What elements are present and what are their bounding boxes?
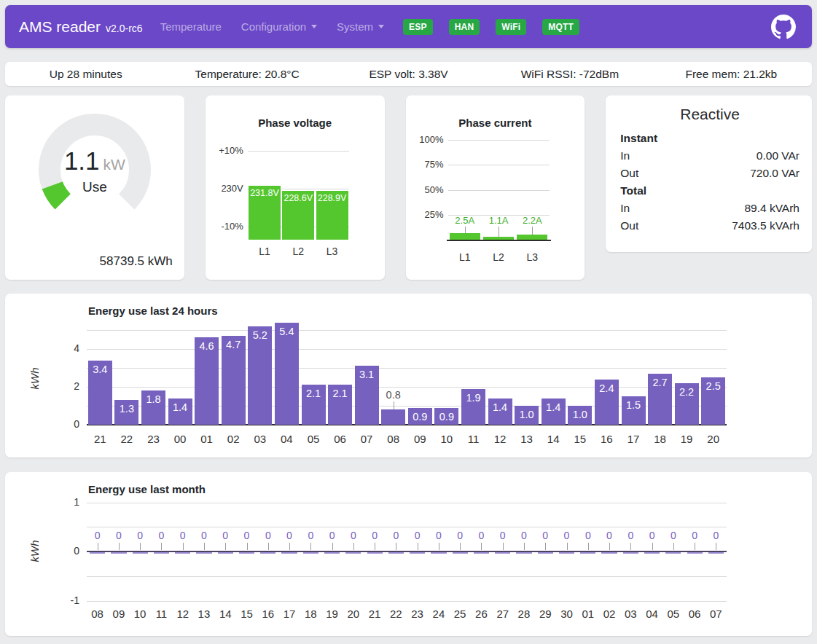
reactive-rows: InstantIn0.00 VArOut720.0 VArTotalIn89.4…	[620, 130, 800, 235]
y-axis-label: kWh	[28, 360, 41, 398]
x-tick-label: 20	[343, 608, 364, 620]
x-tick-label: 29	[535, 608, 556, 620]
x-tick-label: 13	[513, 433, 540, 445]
bar-value-label: 0.9	[408, 411, 432, 423]
nav-item-configuration[interactable]: Configuration	[241, 20, 317, 33]
y-tick-label: +10%	[206, 145, 243, 156]
app-brand[interactable]: AMS reader v2.0-rc6	[19, 18, 143, 36]
chevron-down-icon	[311, 25, 317, 28]
bar-value-label: 0	[409, 530, 426, 541]
bar-value-label: 0	[195, 530, 213, 541]
bar-value-label: 0	[707, 530, 724, 541]
bar-value-label: 0	[216, 530, 234, 541]
x-tick-label: 05	[300, 433, 327, 445]
label-tick	[140, 543, 141, 550]
label-tick	[545, 543, 546, 550]
x-tick-label: 17	[620, 433, 647, 445]
x-tick-label: 15	[567, 433, 594, 445]
energy-bar-08	[90, 552, 105, 554]
chevron-down-icon	[378, 25, 384, 28]
reactive-title: Reactive	[620, 106, 800, 123]
page: AMS reader v2.0-rc6 TemperatureConfigura…	[0, 0, 817, 641]
x-tick-label: 14	[215, 608, 236, 620]
reactive-row-value: 89.4 kVArh	[744, 200, 800, 217]
x-tick-label: 12	[487, 433, 514, 445]
label-tick	[588, 543, 589, 550]
label-tick	[465, 227, 466, 233]
label-tick	[418, 543, 418, 550]
bar-value-label: 0	[131, 530, 149, 541]
github-link[interactable]	[771, 15, 796, 39]
energy-bar-13	[196, 552, 211, 554]
nav-item-system[interactable]: System	[337, 20, 384, 33]
y-tick-label: 2	[5, 380, 79, 392]
label-tick	[439, 543, 439, 550]
x-tick-label: 22	[386, 608, 407, 620]
bar-value-label: 0	[622, 530, 639, 541]
x-tick-label: 07	[353, 433, 380, 445]
bar-value-label: 1.8	[141, 393, 165, 405]
energy-bar-03	[248, 326, 272, 425]
energy-bar-03	[623, 552, 638, 554]
energy-month-chart: 10-1kWh008009010011012013014015016017018…	[5, 472, 812, 636]
energy-bar-14	[218, 552, 233, 554]
power-gauge: 1.1 kW Use	[31, 106, 159, 234]
gridline	[87, 576, 727, 577]
bar-value-label: 4.7	[222, 339, 246, 350]
bar-value-label: 2.7	[648, 377, 672, 388]
x-tick-label: 23	[140, 433, 167, 445]
bar-value-label: 2.1	[302, 388, 326, 399]
y-tick-label: 0	[5, 545, 79, 557]
bar-value-label: 0	[345, 530, 362, 541]
bar-value-label: 0	[536, 530, 554, 541]
x-tick-label: 06	[327, 433, 353, 445]
reactive-row-value: 720.0 VAr	[750, 165, 800, 182]
bar-value-label: 1.1A	[483, 215, 514, 226]
x-tick-label: 00	[167, 433, 194, 445]
x-tick-label: L3	[315, 246, 348, 257]
label-tick	[532, 227, 533, 235]
bar-value-label: 0	[89, 530, 106, 541]
gridline	[87, 601, 727, 602]
x-tick-label: 13	[193, 608, 214, 620]
reactive-row: In0.00 VAr	[620, 147, 800, 165]
label-tick	[332, 543, 333, 550]
nav-item-temperature[interactable]: Temperature	[160, 20, 222, 33]
github-icon	[771, 15, 796, 39]
status-bar: Up 28 minutesTemperature: 20.8°CESP volt…	[5, 62, 812, 86]
x-tick-label: 10	[434, 433, 461, 445]
reactive-row-label: In	[620, 200, 630, 217]
x-tick-label: 08	[87, 608, 108, 620]
label-tick	[289, 543, 290, 550]
label-tick	[481, 543, 482, 550]
total-energy-counter: 58739.5 kWh	[100, 254, 173, 269]
brand-version: v2.0-rc6	[106, 23, 143, 34]
x-tick-label: 03	[620, 608, 641, 620]
x-tick-label: 28	[513, 608, 534, 620]
x-tick-label: 02	[598, 608, 619, 620]
power-gauge-card: 1.1 kW Use 58739.5 kWh	[5, 95, 184, 280]
phase-current-card: Phase current 100%75%50%25%2.5AL11.1AL22…	[406, 95, 585, 280]
x-tick-label: 07	[705, 608, 727, 620]
bar-value-label: 3.1	[355, 369, 379, 380]
x-tick-label: L1	[448, 251, 482, 263]
x-tick-label: 14	[540, 433, 567, 445]
phase-current-chart: 100%75%50%25%2.5AL11.1AL22.2AL3	[406, 95, 585, 280]
nav-item-label: Temperature	[160, 20, 222, 33]
bar-value-label: 228.9V	[316, 193, 348, 203]
bar-value-label: 5.4	[275, 326, 299, 337]
gridline	[248, 151, 349, 152]
label-tick	[460, 543, 461, 550]
badge-wifi: WiFi	[496, 19, 526, 35]
bar-value-label: 4.6	[195, 340, 219, 352]
bar-value-label: 0	[174, 530, 192, 541]
bar-value-label: 2.5	[701, 380, 725, 392]
reactive-section-heading: Instant	[620, 130, 800, 147]
bar-value-label: 2.5A	[450, 215, 480, 226]
bar-value-label: 2.2A	[517, 215, 547, 226]
energy-bar-01	[580, 552, 595, 554]
reactive-row-label: Out	[620, 217, 638, 235]
bar-value-label: 1.4	[168, 401, 192, 413]
x-tick-label: 01	[577, 608, 598, 620]
label-tick	[396, 543, 396, 550]
